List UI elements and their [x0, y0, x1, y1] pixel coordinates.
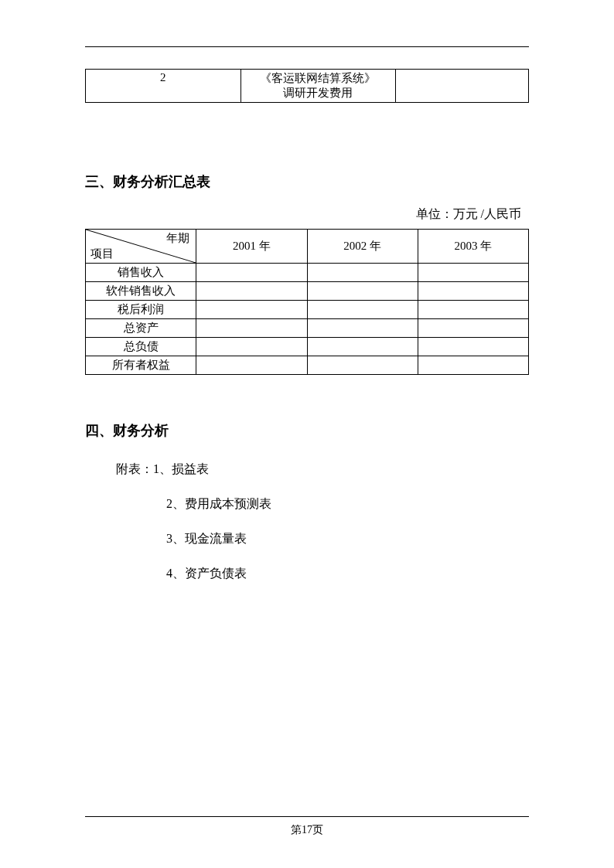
row-label: 所有者权益 [86, 356, 196, 375]
table-cell [307, 282, 418, 301]
header-divider [85, 46, 529, 47]
row-label: 税后利润 [86, 301, 196, 319]
list-item: 3、现金流量表 [166, 531, 529, 547]
table-row: 所有者权益 [86, 356, 529, 375]
footer-divider [85, 816, 529, 817]
col-header-2001: 2001 年 [196, 230, 307, 264]
table1-cell-2-line1: 《客运联网结算系统》 [244, 71, 393, 86]
section3-unit: 单位：万元 /人民币 [85, 206, 529, 223]
table-cell [196, 319, 307, 338]
table-cell [307, 264, 418, 282]
diag-top-label: 年期 [166, 231, 189, 246]
table-row: 总负债 [86, 338, 529, 356]
table-cell [418, 356, 528, 375]
row-label: 软件销售收入 [86, 282, 196, 301]
table1-cell-2-line2: 调研开发费用 [244, 86, 393, 100]
row-label: 销售收入 [86, 264, 196, 282]
table-row: 税后利润 [86, 301, 529, 319]
table-row: 总资产 [86, 319, 529, 338]
table-cell [307, 356, 418, 375]
table-cell [418, 338, 528, 356]
table1-cell-1: 2 [86, 70, 241, 103]
table-row: 销售收入 [86, 264, 529, 282]
table-row: 软件销售收入 [86, 282, 529, 301]
page-number: 第17页 [85, 823, 529, 837]
table-top: 2 《客运联网结算系统》 调研开发费用 [85, 69, 529, 103]
table-cell [418, 264, 528, 282]
table-cell [307, 338, 418, 356]
table-cell [307, 301, 418, 319]
col-header-2002: 2002 年 [307, 230, 418, 264]
col-header-2003: 2003 年 [418, 230, 528, 264]
table-cell [196, 301, 307, 319]
table-cell [418, 319, 528, 338]
diag-header-cell: 年期 项目 [86, 230, 196, 264]
table-cell [196, 282, 307, 301]
table1-cell-2: 《客运联网结算系统》 调研开发费用 [240, 70, 396, 103]
table-cell [418, 282, 528, 301]
section4-title: 四、财务分析 [85, 421, 529, 440]
list-item: 4、资产负债表 [166, 566, 529, 582]
row-label: 总资产 [86, 319, 196, 338]
table-cell [196, 338, 307, 356]
financial-summary-table: 年期 项目 2001 年 2002 年 2003 年 销售收入 软件销售收入 税… [85, 229, 529, 375]
list-item: 2、费用成本预测表 [166, 496, 529, 512]
table-cell [196, 356, 307, 375]
table-cell [418, 301, 528, 319]
row-label: 总负债 [86, 338, 196, 356]
attachment-label: 附表：1、损益表 [116, 461, 529, 478]
table1-cell-3 [396, 70, 529, 103]
footer: 第17页 [85, 816, 529, 837]
section3-title: 三、财务分析汇总表 [85, 172, 529, 191]
table-cell [307, 319, 418, 338]
diag-bottom-label: 项目 [90, 247, 114, 261]
table-cell [196, 264, 307, 282]
